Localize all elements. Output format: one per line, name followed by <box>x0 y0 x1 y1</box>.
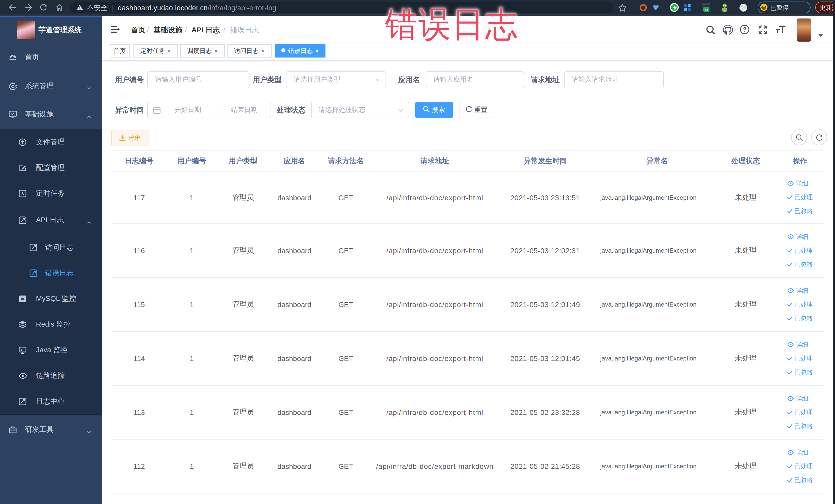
svg-text:?: ? <box>743 26 747 33</box>
svg-text:on: on <box>705 8 708 11</box>
